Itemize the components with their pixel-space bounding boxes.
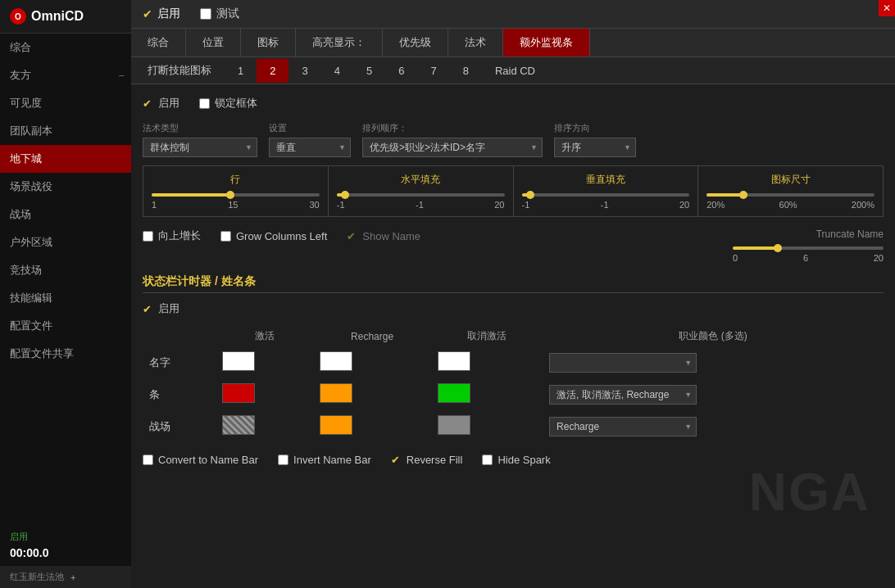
sidebar-item-竞技场[interactable]: 竞技场 bbox=[0, 256, 131, 284]
sub-tab-7[interactable]: 7 bbox=[417, 59, 449, 83]
convert-label[interactable]: Convert to Name Bar bbox=[143, 454, 258, 466]
sidebar-item-战场[interactable]: 战场 bbox=[0, 201, 131, 228]
content-enable-text: 启用 bbox=[158, 96, 179, 111]
invert-label[interactable]: Invert Name Bar bbox=[278, 454, 371, 466]
reverse-text: Reverse Fill bbox=[407, 454, 463, 466]
sidebar-item-综合[interactable]: 综合 bbox=[0, 34, 131, 61]
logo-icon: O bbox=[10, 8, 26, 25]
swatch-bar-deactive[interactable] bbox=[438, 383, 470, 403]
horiz-slider-thumb[interactable] bbox=[341, 191, 349, 199]
grow-up-checkbox[interactable] bbox=[143, 231, 153, 242]
swatch-name-recharge[interactable] bbox=[320, 351, 352, 371]
col-header-deactive: 取消激活 bbox=[431, 326, 543, 346]
tab-法术[interactable]: 法术 bbox=[448, 29, 503, 57]
grow-left-label[interactable]: Grow Columns Left bbox=[220, 230, 327, 242]
spell-type-select-wrapper: 群体控制 bbox=[143, 138, 257, 157]
config-select[interactable]: 垂直 bbox=[269, 138, 351, 157]
horiz-slider-track[interactable] bbox=[337, 193, 505, 197]
sort-dir-select[interactable]: 升序 bbox=[554, 138, 636, 157]
invert-checkbox[interactable] bbox=[278, 455, 288, 465]
vert-slider-labels: -1 -1 20 bbox=[522, 200, 690, 210]
vert-min: -1 bbox=[522, 200, 530, 210]
swatch-bar-recharge[interactable] bbox=[320, 383, 352, 403]
show-name-label[interactable]: ✔ Show Name bbox=[347, 230, 420, 242]
enable-check-label[interactable]: ✔ 启用 bbox=[143, 7, 180, 21]
reverse-label[interactable]: ✔ Reverse Fill bbox=[391, 454, 463, 466]
sub-tab-5[interactable]: 5 bbox=[353, 59, 385, 83]
sidebar-item-配置文件共享[interactable]: 配置文件共享 bbox=[0, 340, 131, 368]
hide-spark-label[interactable]: Hide Spark bbox=[482, 454, 550, 466]
swatch-name-deactive[interactable] bbox=[438, 351, 470, 371]
grow-up-label[interactable]: 向上增长 bbox=[143, 228, 201, 243]
tab-额外监视条[interactable]: 额外监视条 bbox=[503, 29, 590, 57]
sub-tab-打断技能图标[interactable]: 打断技能图标 bbox=[134, 57, 225, 84]
swatch-bar-active[interactable] bbox=[222, 383, 255, 403]
tab-优先级[interactable]: 优先级 bbox=[383, 29, 448, 57]
sidebar-item-可见度[interactable]: 可见度 bbox=[0, 89, 131, 117]
lock-frame-label[interactable]: 锁定框体 bbox=[199, 96, 257, 111]
show-name-checkmark: ✔ bbox=[347, 230, 356, 242]
sidebar-item-团队副本[interactable]: 团队副本 bbox=[0, 117, 131, 145]
hide-spark-checkbox[interactable] bbox=[482, 455, 493, 465]
section-enable-label[interactable]: ✔ 启用 bbox=[143, 301, 884, 316]
config-label: 设置 bbox=[269, 122, 351, 134]
test-check-label[interactable]: 测试 bbox=[200, 7, 239, 21]
close-button[interactable]: ✕ bbox=[879, 0, 895, 16]
lock-frame-checkbox[interactable] bbox=[199, 98, 210, 109]
sort-order-select[interactable]: 优先级>职业>法术ID>名字 bbox=[362, 138, 543, 157]
sidebar-item-户外区域[interactable]: 户外区域 bbox=[0, 228, 131, 256]
section-enable-checkmark: ✔ bbox=[143, 303, 152, 315]
cell-bar-recharge bbox=[313, 378, 431, 410]
sub-tab-3[interactable]: 3 bbox=[288, 59, 320, 83]
sort-order-group: 排列顺序： 优先级>职业>法术ID>名字 bbox=[362, 122, 543, 157]
color-table: 激活 Recharge 取消激活 职业颜色 (多选) 名字 bbox=[143, 326, 884, 442]
sidebar-item-场景战役[interactable]: 场景战役 bbox=[0, 173, 131, 201]
row-slider-track[interactable] bbox=[152, 193, 320, 197]
sub-tab-4[interactable]: 4 bbox=[321, 59, 353, 83]
sidebar-item-地下城[interactable]: 地下城 bbox=[0, 145, 131, 173]
sidebar-item-技能编辑[interactable]: 技能编辑 bbox=[0, 284, 131, 312]
sub-tab-raid-cd[interactable]: Raid CD bbox=[482, 59, 548, 83]
sub-tab-8[interactable]: 8 bbox=[450, 59, 482, 83]
horiz-slider-labels: -1 -1 20 bbox=[337, 200, 505, 210]
row-label-bar: 条 bbox=[143, 378, 216, 410]
tab-高亮显示[interactable]: 高亮显示： bbox=[296, 29, 383, 57]
sidebar-item-友方[interactable]: 友方 bbox=[0, 61, 131, 89]
class-select-bar[interactable]: 激活, 取消激活, Recharge bbox=[549, 385, 697, 405]
icon-size-slider-track[interactable] bbox=[706, 193, 875, 197]
row-slider-labels: 1 15 30 bbox=[152, 200, 320, 210]
tab-图标[interactable]: 图标 bbox=[241, 29, 296, 57]
grow-left-checkbox[interactable] bbox=[220, 231, 231, 242]
test-checkbox[interactable] bbox=[200, 8, 211, 20]
cell-bf-class: Recharge bbox=[543, 410, 884, 442]
sidebar-item-配置文件[interactable]: 配置文件 bbox=[0, 312, 131, 340]
swatch-bf-active[interactable] bbox=[222, 415, 255, 435]
class-select-wrapper-bar: 激活, 取消激活, Recharge bbox=[549, 385, 697, 405]
convert-checkbox[interactable] bbox=[143, 455, 153, 465]
icon-min: 20% bbox=[706, 200, 725, 210]
spell-type-select[interactable]: 群体控制 bbox=[143, 138, 257, 157]
tab-综合[interactable]: 综合 bbox=[131, 29, 186, 57]
sort-dir-label: 排序方向 bbox=[554, 122, 636, 134]
truncate-slider-track[interactable] bbox=[733, 247, 884, 250]
class-select-name[interactable] bbox=[549, 353, 697, 373]
vert-slider-thumb[interactable] bbox=[526, 191, 534, 199]
swatch-name-active[interactable] bbox=[222, 351, 255, 371]
row-val: 15 bbox=[228, 200, 238, 210]
sub-tab-1[interactable]: 1 bbox=[225, 59, 257, 83]
reverse-checkmark: ✔ bbox=[391, 454, 400, 466]
content-enable-label[interactable]: ✔ 启用 bbox=[143, 96, 179, 111]
row-slider-thumb[interactable] bbox=[226, 191, 234, 199]
sub-tab-2[interactable]: 2 bbox=[257, 59, 288, 83]
icon-size-slider-thumb[interactable] bbox=[739, 191, 747, 199]
swatch-bf-recharge[interactable] bbox=[320, 415, 352, 435]
footer-add-button[interactable]: + bbox=[70, 572, 75, 582]
sort-dir-group: 排序方向 升序 bbox=[554, 122, 636, 157]
truncate-slider-thumb[interactable] bbox=[774, 244, 782, 252]
tab-位置[interactable]: 位置 bbox=[186, 29, 241, 57]
swatch-bf-deactive[interactable] bbox=[438, 415, 470, 435]
vert-slider-track[interactable] bbox=[522, 193, 690, 197]
icon-size-slider-group: 图标尺寸 20% 60% 200% bbox=[698, 166, 883, 216]
class-select-bf[interactable]: Recharge bbox=[549, 417, 697, 436]
sub-tab-6[interactable]: 6 bbox=[385, 59, 417, 83]
